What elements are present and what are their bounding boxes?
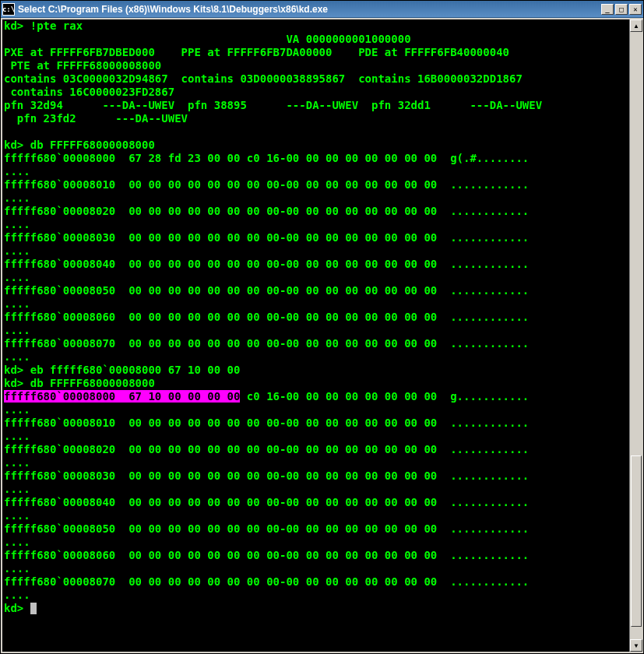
output-line: contains 16C0000023FD2867 bbox=[4, 86, 174, 98]
output-line: .... bbox=[4, 218, 30, 230]
output-line: fffff680`00008040 00 00 00 00 00 00 00 0… bbox=[4, 496, 529, 508]
title-bar[interactable]: c:\ Select C:\Program Files (x86)\Window… bbox=[1, 1, 643, 18]
output-line: fffff680`00008060 00 00 00 00 00 00 00 0… bbox=[4, 549, 529, 561]
output-line: .... bbox=[4, 244, 30, 257]
minimize-button[interactable]: _ bbox=[601, 4, 614, 15]
app-icon: c:\ bbox=[2, 3, 15, 16]
output-line: fffff680`00008040 00 00 00 00 00 00 00 0… bbox=[4, 258, 529, 270]
output-line: .... bbox=[4, 536, 30, 548]
output-line: kd> !pte rax bbox=[4, 19, 83, 32]
output-line: pfn 32d94 ---DA--UWEV pfn 38895 ---DA--U… bbox=[4, 99, 542, 111]
output-line: fffff680`00008010 00 00 00 00 00 00 00 0… bbox=[4, 417, 529, 429]
output-line: PXE at FFFFF6FB7DBED000 PPE at FFFFF6FB7… bbox=[4, 46, 509, 58]
cursor bbox=[30, 603, 37, 614]
output-line: VA 0000000001000000 bbox=[4, 33, 411, 45]
output-line: kd> db FFFFF68000008000 bbox=[4, 139, 155, 151]
output-line: PTE at FFFFF68000008000 bbox=[4, 59, 161, 72]
scroll-up-button[interactable]: ▲ bbox=[630, 19, 642, 32]
output-line: .... bbox=[4, 271, 30, 283]
scroll-down-button[interactable]: ▼ bbox=[630, 639, 642, 652]
client-area: kd> !pte rax VA 0000000001000000 PXE at … bbox=[1, 18, 643, 653]
window-buttons: _ □ ✕ bbox=[601, 4, 642, 15]
output-line: fffff680`00008070 00 00 00 00 00 00 00 0… bbox=[4, 575, 529, 588]
output-line: fffff680`00008020 00 00 00 00 00 00 00 0… bbox=[4, 205, 529, 217]
output-line: .... bbox=[4, 350, 30, 363]
output-line: fffff680`00008020 00 00 00 00 00 00 00 0… bbox=[4, 443, 529, 455]
output-line: .... bbox=[4, 403, 30, 416]
output-line: .... bbox=[4, 430, 30, 442]
output-line: .... bbox=[4, 509, 30, 522]
window-title: Select C:\Program Files (x86)\Windows Ki… bbox=[18, 4, 601, 15]
scroll-thumb[interactable] bbox=[631, 455, 642, 627]
output-line: .... bbox=[4, 483, 30, 495]
output-line: fffff680`00008050 00 00 00 00 00 00 00 0… bbox=[4, 522, 529, 535]
output-line: fffff680`00008070 00 00 00 00 00 00 00 0… bbox=[4, 337, 529, 350]
output-line: .... bbox=[4, 589, 30, 601]
output-line: kd> eb fffff680`00008000 67 10 00 00 bbox=[4, 364, 240, 376]
output-line: .... bbox=[4, 165, 30, 178]
output-line: fffff680`00008030 00 00 00 00 00 00 00 0… bbox=[4, 231, 529, 244]
output-line: .... bbox=[4, 297, 30, 310]
output-line: kd> db FFFFF68000008000 bbox=[4, 377, 155, 389]
output-line: .... bbox=[4, 324, 30, 336]
vertical-scrollbar[interactable]: ▲ ▼ bbox=[629, 19, 642, 652]
console-window: c:\ Select C:\Program Files (x86)\Window… bbox=[0, 0, 644, 654]
output-line: fffff680`00008010 00 00 00 00 00 00 00 0… bbox=[4, 178, 529, 191]
output-line: contains 03C0000032D94867 contains 03D00… bbox=[4, 72, 523, 85]
output-line: fffff680`00008030 00 00 00 00 00 00 00 0… bbox=[4, 469, 529, 482]
terminal-output[interactable]: kd> !pte rax VA 0000000001000000 PXE at … bbox=[2, 19, 629, 652]
output-line: .... bbox=[4, 456, 30, 469]
prompt-line[interactable]: kd> bbox=[4, 602, 30, 614]
output-line: fffff680`00008000 67 28 fd 23 00 00 c0 1… bbox=[4, 152, 529, 164]
output-line: fffff680`00008060 00 00 00 00 00 00 00 0… bbox=[4, 311, 529, 323]
close-button[interactable]: ✕ bbox=[629, 4, 642, 15]
highlighted-selection: fffff680`00008000 67 10 00 00 00 00 bbox=[4, 390, 240, 403]
output-line: .... bbox=[4, 562, 30, 575]
output-line: fffff680`00008050 00 00 00 00 00 00 00 0… bbox=[4, 284, 529, 297]
maximize-button[interactable]: □ bbox=[615, 4, 628, 15]
output-line: pfn 23fd2 ---DA--UWEV bbox=[4, 112, 188, 125]
output-line: c0 16-00 00 00 00 00 00 00 00 g.........… bbox=[240, 390, 529, 403]
output-line: .... bbox=[4, 192, 30, 204]
